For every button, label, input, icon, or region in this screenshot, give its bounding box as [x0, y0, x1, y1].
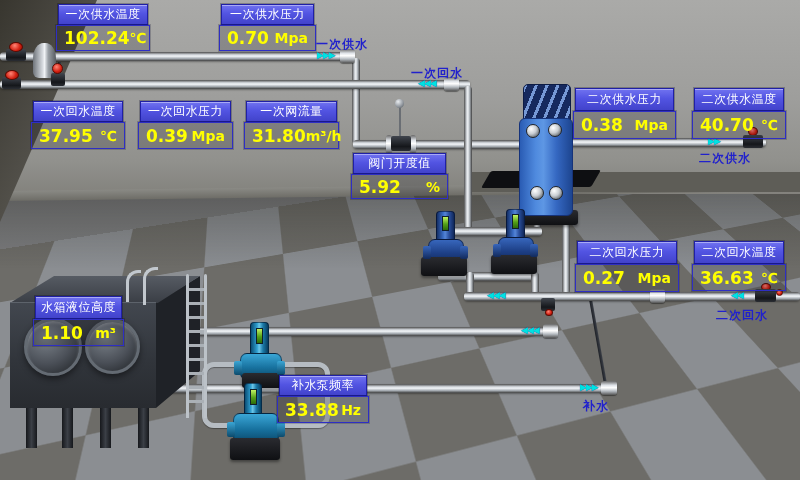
sensor-value: 0.27	[583, 268, 625, 288]
pipe-elbow-flange	[601, 381, 617, 395]
tank-handrail	[126, 270, 141, 302]
sensor-label: 一次回水温度	[33, 101, 123, 122]
tank-ladder	[204, 274, 207, 418]
tank-leg	[138, 408, 149, 448]
sensor-value: 1.10	[41, 323, 83, 343]
sensor-value: 40.70	[700, 115, 754, 135]
sensor-value: 33.88	[285, 400, 339, 420]
pipe-secondary-return	[464, 292, 800, 301]
sensor-value: 31.80	[252, 126, 306, 146]
tank-ladder-rungs	[187, 288, 205, 412]
hx-port	[548, 123, 562, 137]
pipe-label-makeup-water: 补水	[583, 398, 609, 415]
sensor-unit: ℃	[761, 117, 778, 133]
pipe-flange	[543, 324, 558, 338]
sensor-unit: m³/h	[306, 128, 342, 144]
sensor-label: 阀门开度值	[353, 153, 446, 174]
pipe-to-heat-exchanger	[353, 140, 535, 149]
pipe-primary-supply-drop	[352, 58, 360, 144]
pipe-primary-return	[0, 80, 470, 89]
flow-arrow-left-icon: ◀◀◀	[487, 291, 505, 300]
pipe-label-primary-return: 一次回水	[411, 65, 463, 82]
flow-arrow-left-icon: ◀◀	[731, 291, 743, 300]
pipe-secondary-supply	[558, 138, 766, 147]
sensor-label: 补水泵频率	[279, 375, 367, 396]
pipe-label-secondary-supply: 二次供水	[699, 150, 751, 167]
sensor-label: 二次供水压力	[575, 88, 674, 111]
sensor-unit: Mpa	[638, 270, 671, 286]
sensor-value: 0.39	[146, 126, 188, 146]
pipe-primary-return-drop	[464, 86, 472, 232]
sensor-label: 一次供水温度	[58, 4, 148, 25]
hx-tie-rod-frame	[523, 84, 571, 122]
sensor-unit: Mpa	[275, 30, 308, 46]
sensor-primary-return-temp: 一次回水温度 37.95℃	[31, 101, 125, 149]
hx-port	[530, 186, 544, 200]
sensor-valve-opening: 阀门开度值 5.92%	[351, 153, 448, 199]
sensor-unit: %	[426, 179, 440, 195]
sensor-unit: m³	[95, 325, 116, 341]
sensor-value: 36.63	[700, 268, 754, 288]
sensor-label: 二次供水温度	[694, 88, 784, 111]
sensor-value: 0.38	[581, 115, 623, 135]
sensor-tank-level: 水箱液位高度 1.10m³	[33, 296, 124, 346]
sensor-primary-supply-pressure: 一次供水压力 0.70Mpa	[219, 4, 316, 51]
sensor-unit: ℃	[761, 270, 778, 286]
pump-suction-manifold	[450, 227, 542, 236]
sensor-value: 37.95	[39, 126, 93, 146]
sensor-label: 一次网流量	[246, 101, 337, 122]
sensor-makeup-pump-frequency: 补水泵频率 33.88Hz	[277, 375, 369, 423]
pipe-tank-outlet	[146, 327, 556, 336]
flow-arrow-left-icon: ◀◀◀	[521, 326, 539, 335]
sensor-label: 一次回水压力	[140, 101, 231, 122]
sensor-label: 二次回水压力	[577, 241, 677, 264]
sensor-unit: Mpa	[635, 117, 668, 133]
pipe-label-primary-supply: 一次供水	[316, 36, 368, 53]
sensor-value: 102.24	[64, 28, 130, 48]
hmi-heat-station-screen: ▶▶▶ ◀◀◀ ▶▶ ◀◀◀ ◀◀ ◀◀◀ ▶▶▶	[0, 0, 800, 480]
sensor-unit: Mpa	[192, 128, 225, 144]
sensor-value: 5.92	[359, 177, 401, 197]
flow-arrow-right-icon: ▶▶▶	[580, 383, 598, 392]
sensor-primary-return-pressure: 一次回水压力 0.39Mpa	[138, 101, 233, 149]
hx-port	[549, 186, 563, 200]
pipe-label-secondary-return: 二次回水	[716, 307, 768, 324]
sensor-secondary-return-pressure: 二次回水压力 0.27Mpa	[575, 241, 679, 292]
sensor-unit: Hz	[341, 402, 361, 418]
sensor-label: 一次供水压力	[221, 4, 314, 25]
sensor-unit: ℃	[130, 30, 147, 46]
tank-leg	[62, 408, 73, 448]
sensor-primary-flow: 一次网流量 31.80m³/h	[244, 101, 339, 149]
tank-ladder	[186, 274, 189, 418]
sensor-label: 水箱液位高度	[35, 296, 122, 319]
tank-leg	[26, 408, 37, 448]
sensor-secondary-supply-pressure: 二次供水压力 0.38Mpa	[573, 88, 676, 139]
sensor-value: 0.70	[227, 28, 269, 48]
sensor-secondary-return-temp: 二次回水温度 36.63℃	[692, 241, 786, 291]
sensor-primary-supply-temp: 一次供水温度 102.24℃	[56, 4, 150, 51]
hx-port	[526, 124, 540, 138]
sensor-unit: ℃	[100, 128, 117, 144]
tank-leg	[100, 408, 111, 448]
sensor-label: 二次回水温度	[694, 241, 784, 264]
tank-handrail	[143, 267, 158, 305]
sensor-secondary-supply-temp: 二次供水温度 40.70℃	[692, 88, 786, 139]
